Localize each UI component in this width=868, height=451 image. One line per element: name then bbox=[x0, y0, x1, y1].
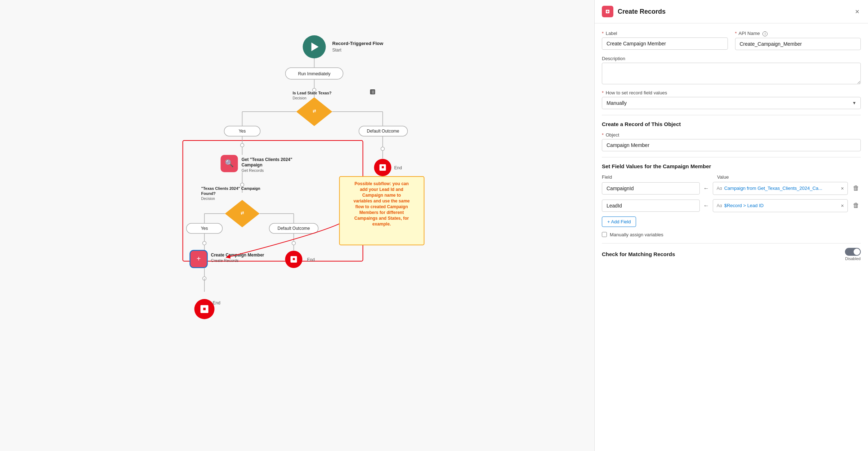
label-form-group: * Label bbox=[602, 31, 728, 50]
check-matching-title: Check for Matching Records bbox=[602, 251, 675, 257]
svg-text:Possible subflow: you can: Possible subflow: you can bbox=[354, 181, 409, 186]
object-label: * Object bbox=[602, 132, 861, 138]
run-immediately-label: Run Immediately bbox=[298, 71, 330, 76]
field-arrow-icon-2: ← bbox=[703, 202, 709, 209]
toggle-status-label: Disabled bbox=[845, 256, 861, 261]
api-name-input[interactable] bbox=[735, 38, 861, 50]
create-records-panel: Create Records × * Label * API Name i bbox=[594, 0, 868, 451]
svg-text:Campaings and States, for: Campaings and States, for bbox=[354, 216, 409, 221]
label-api-row: * Label * API Name i bbox=[602, 31, 861, 50]
how-to-set-select[interactable]: Manually From Fields in a Record From a … bbox=[602, 97, 861, 109]
create-records-icon bbox=[602, 6, 613, 17]
how-to-set-group: * How to set record field values Manuall… bbox=[602, 90, 861, 109]
start-sublabel: Start bbox=[332, 48, 342, 53]
start-label: Record-Triggered Flow bbox=[332, 41, 384, 46]
svg-text:End: End bbox=[307, 257, 315, 262]
label-input[interactable] bbox=[602, 37, 728, 50]
panel-body: * Label * API Name i Description * bbox=[595, 23, 868, 451]
svg-text:Decision: Decision bbox=[201, 197, 215, 201]
field-column-header: Field bbox=[602, 174, 701, 180]
value-chip-icon-2: Aα bbox=[717, 203, 722, 208]
svg-text:■: ■ bbox=[292, 256, 295, 262]
manually-assign-row: Manually assign variables bbox=[602, 232, 861, 237]
svg-text:Campaign name to: Campaign name to bbox=[362, 193, 401, 198]
svg-text:add your Lead Id and: add your Lead Id and bbox=[360, 187, 403, 192]
svg-text:Create Campaign Member: Create Campaign Member bbox=[211, 253, 264, 258]
panel-header-left: Create Records bbox=[602, 6, 666, 17]
value-chip-icon-1: Aα bbox=[717, 186, 722, 191]
panel-header: Create Records × bbox=[595, 0, 868, 23]
svg-text:Create Records: Create Records bbox=[211, 258, 239, 263]
check-matching-toggle[interactable] bbox=[845, 248, 861, 256]
svg-point-36 bbox=[203, 241, 206, 245]
svg-text:Found?: Found? bbox=[201, 191, 216, 196]
field-row-1: ← Aα Campaign from Get_Texas_Clients_202… bbox=[602, 182, 861, 195]
description-label: Description bbox=[602, 56, 861, 61]
value-chip-text-2: $Record > Lead ID bbox=[724, 203, 839, 208]
description-form-group: Description bbox=[602, 56, 861, 84]
value-column-header: Value bbox=[717, 174, 846, 180]
close-button[interactable]: × bbox=[854, 6, 861, 17]
api-name-info-icon[interactable]: i bbox=[762, 31, 768, 36]
field-input-2[interactable] bbox=[602, 200, 700, 212]
value-chip-wrapper-2[interactable]: Aα $Record > Lead ID × bbox=[713, 199, 848, 212]
svg-text:⇄: ⇄ bbox=[241, 211, 244, 215]
manually-assign-label: Manually assign variables bbox=[610, 232, 663, 237]
svg-text:example.: example. bbox=[372, 222, 391, 227]
delete-field-btn-1[interactable]: 🗑 bbox=[851, 183, 861, 193]
manually-assign-checkbox[interactable] bbox=[602, 232, 607, 237]
svg-text:Members for different: Members for different bbox=[359, 210, 404, 215]
label-field-label: * Label bbox=[602, 31, 728, 36]
api-name-form-group: * API Name i bbox=[735, 31, 861, 50]
svg-text:Default Outcome: Default Outcome bbox=[367, 129, 399, 134]
svg-text:flow to created Campaign: flow to created Campaign bbox=[355, 204, 408, 209]
toggle-switch-wrapper: Disabled bbox=[845, 248, 861, 261]
svg-text:Yes: Yes bbox=[239, 129, 246, 134]
svg-text:Campaign: Campaign bbox=[242, 162, 263, 168]
field-input-1[interactable] bbox=[602, 182, 700, 195]
decision1-label: Is Lead State Texas? bbox=[293, 91, 332, 95]
value-chip-wrapper-1[interactable]: Aα Campaign from Get_Texas_Clients_2024_… bbox=[713, 182, 848, 195]
object-form-group: * Object bbox=[602, 132, 861, 151]
svg-text:variables and use the same: variables and use the same bbox=[353, 198, 410, 204]
section-divider-1 bbox=[602, 115, 861, 115]
check-matching-row: Check for Matching Records Disabled bbox=[602, 243, 861, 265]
how-to-set-select-wrapper: Manually From Fields in a Record From a … bbox=[602, 97, 861, 109]
svg-point-16 bbox=[241, 143, 244, 147]
svg-text:☰: ☰ bbox=[371, 90, 375, 94]
svg-text:End: End bbox=[394, 165, 402, 170]
field-row-2: ← Aα $Record > Lead ID × 🗑 bbox=[602, 199, 861, 212]
create-object-section-title: Create a Record of This Object bbox=[602, 121, 861, 127]
section-divider-2 bbox=[602, 157, 861, 157]
delete-field-btn-2[interactable]: 🗑 bbox=[851, 200, 861, 211]
value-chip-text-1: Campaign from Get_Texas_Clients_2024_Ca.… bbox=[724, 186, 839, 191]
svg-text:"Texas Clients 2024" Campaign: "Texas Clients 2024" Campaign bbox=[201, 186, 261, 191]
svg-text:■: ■ bbox=[203, 306, 206, 312]
description-textarea[interactable] bbox=[602, 63, 861, 84]
svg-text:Get Records: Get Records bbox=[242, 168, 264, 173]
api-name-field-label: * API Name i bbox=[735, 31, 861, 36]
svg-point-50 bbox=[381, 147, 385, 151]
chip-close-btn-1[interactable]: × bbox=[841, 186, 844, 191]
field-values-section-title: Set Field Values for the Campaign Member bbox=[602, 163, 861, 169]
how-to-set-label: * How to set record field values bbox=[602, 90, 861, 95]
svg-text:Default Outcome: Default Outcome bbox=[277, 226, 310, 231]
field-value-header-row: Field Value bbox=[602, 174, 861, 180]
svg-point-44 bbox=[292, 241, 296, 245]
svg-text:🔍: 🔍 bbox=[225, 159, 234, 168]
panel-title: Create Records bbox=[618, 8, 666, 15]
field-arrow-icon-1: ← bbox=[703, 185, 709, 192]
object-input[interactable] bbox=[602, 139, 861, 151]
svg-text:Yes: Yes bbox=[201, 226, 208, 231]
svg-text:■: ■ bbox=[381, 165, 384, 170]
svg-text:⇄: ⇄ bbox=[313, 109, 316, 113]
svg-text:Get "Texas Clients 2024": Get "Texas Clients 2024" bbox=[242, 157, 292, 162]
chip-close-btn-2[interactable]: × bbox=[841, 203, 844, 208]
flow-canvas-panel: Record-Triggered Flow Start Run Immediat… bbox=[0, 0, 594, 451]
svg-text:Decision: Decision bbox=[293, 96, 307, 100]
svg-text:+: + bbox=[197, 255, 201, 263]
add-field-button[interactable]: + Add Field bbox=[602, 216, 636, 227]
svg-text:End: End bbox=[213, 300, 220, 305]
